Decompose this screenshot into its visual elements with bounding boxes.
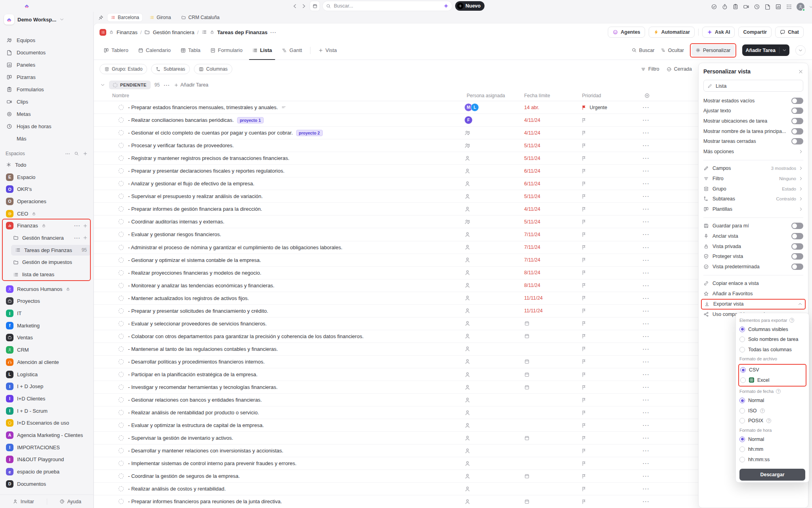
priority-cell[interactable] — [581, 432, 587, 444]
tab-tablero[interactable]: Tablero — [100, 41, 132, 60]
task-more-button[interactable]: ··· — [643, 419, 650, 431]
radio-option-posix[interactable]: POSIX? — [739, 416, 805, 426]
tab-gantt[interactable]: Gantt — [278, 41, 306, 60]
assignee-cell[interactable] — [464, 406, 471, 419]
task-row[interactable]: - Supervisar el presupuesto y realizar a… — [94, 190, 765, 203]
breadcrumb-folder[interactable]: Gestión financiera — [153, 29, 194, 35]
task-row[interactable]: - Mantenerse al tanto de las regulacione… — [94, 343, 765, 356]
space-item-todo[interactable]: Todo — [0, 159, 93, 171]
radio-option-normal[interactable]: Normal — [739, 396, 805, 406]
space-item-i-d-clientes[interactable]: II+D Clientes — [0, 393, 93, 405]
add-view-button[interactable]: Vista — [314, 41, 341, 60]
assignee-cell[interactable] — [464, 203, 471, 215]
task-status-icon[interactable] — [119, 381, 124, 393]
priority-cell[interactable] — [581, 190, 587, 202]
priority-cell[interactable] — [581, 381, 587, 393]
task-status-icon[interactable] — [119, 305, 124, 317]
priority-cell[interactable] — [581, 228, 587, 241]
assignee-cell[interactable] — [464, 483, 471, 495]
task-name-cell[interactable]: - Preparar y presentar solicitudes de fi… — [128, 305, 268, 317]
task-status-icon[interactable] — [119, 483, 124, 495]
task-more-button[interactable]: ··· — [643, 318, 650, 330]
space-item-gesti-n-financiera[interactable]: Gestión financiera··· — [0, 232, 93, 244]
ai-sparkle-icon[interactable] — [443, 3, 449, 9]
task-status-icon[interactable] — [119, 419, 124, 431]
task-name-cell[interactable]: - Preparar estados financieros mensuales… — [128, 101, 286, 114]
radio-option-normal[interactable]: Normal — [739, 434, 805, 444]
nuevo-button[interactable]: Nuevo — [455, 1, 485, 11]
assignee-cell[interactable] — [464, 165, 471, 177]
space-item-agencia-marketing-clientes[interactable]: AAgencia Marketing - Clientes — [0, 429, 93, 441]
close-icon[interactable] — [798, 69, 803, 74]
task-row[interactable]: - Gestionar y optimizar el sistema conta… — [94, 254, 765, 267]
task-more-button[interactable]: ··· — [643, 216, 650, 228]
radio-button[interactable] — [739, 337, 745, 342]
task-more-button[interactable]: ··· — [643, 305, 650, 317]
setting-plantillas[interactable]: Plantillas — [703, 204, 803, 214]
task-row[interactable]: - Preparar estados financieros mensuales… — [94, 101, 765, 114]
assignee-cell[interactable] — [464, 279, 471, 292]
tab-lista[interactable]: Lista — [248, 41, 276, 60]
assignee-placeholder[interactable] — [464, 410, 471, 416]
personalizar-button[interactable]: Personalizar — [691, 45, 734, 56]
link-copiar-enlace-a-vista[interactable]: Copiar enlace a vista — [703, 279, 803, 289]
task-status-icon[interactable] — [119, 406, 124, 419]
chip-columnas[interactable]: Columnas — [194, 64, 232, 74]
task-name-cell[interactable]: - Gestionar relaciones con bancos y enti… — [128, 394, 262, 406]
setting-subtareas[interactable]: SubtareasContraído — [703, 194, 803, 204]
assignee-cell[interactable] — [464, 356, 471, 368]
assignee-placeholder[interactable] — [464, 358, 471, 365]
column-fecha[interactable]: Fecha límite — [524, 93, 550, 98]
sidebar-item-formularios[interactable]: Formularios — [0, 83, 93, 96]
task-name-cell[interactable]: - Preparar informes de gestión financier… — [128, 203, 262, 215]
add-column-icon[interactable] — [644, 93, 650, 98]
task-more-button[interactable]: ··· — [643, 368, 650, 381]
due-date-cell[interactable]: 4/11/24 — [524, 127, 540, 139]
due-date-cell[interactable]: 7/11/24 — [524, 228, 540, 241]
radio-option-columnas-visibles[interactable]: Columnas visibles — [739, 324, 805, 335]
assignee-cell[interactable] — [464, 381, 471, 393]
task-status-icon[interactable] — [119, 292, 124, 304]
task-status-icon[interactable] — [119, 254, 124, 266]
assignee-cell[interactable] — [464, 292, 471, 304]
priority-cell[interactable] — [581, 216, 587, 228]
assignee-placeholder[interactable] — [464, 193, 471, 200]
clipboard-button[interactable] — [732, 4, 739, 10]
assignee-placeholder[interactable] — [464, 460, 471, 467]
toggle-switch[interactable] — [791, 223, 803, 229]
task-name-cell[interactable]: - Supervisar el presupuesto y realizar a… — [128, 190, 263, 202]
task-row[interactable]: - Analizar y gestionar el flujo de efect… — [94, 177, 765, 190]
assignee-placeholder[interactable] — [464, 371, 471, 378]
space-item-actions[interactable]: ··· — [74, 235, 90, 241]
space-item-i-d-josep[interactable]: II + D Josep — [0, 380, 93, 393]
assignee-cell[interactable] — [464, 330, 471, 343]
space-item-it[interactable]: IIT — [0, 307, 93, 319]
task-row[interactable]: - Preparar y presentar solicitudes de fi… — [94, 305, 765, 318]
file-button[interactable] — [764, 4, 771, 10]
due-date-cell[interactable]: 7/11/24 — [524, 254, 540, 266]
task-row[interactable]: - Desarrollar y mantener relaciones con … — [94, 444, 765, 457]
space-item-i-d-scrum[interactable]: II + D - Scrum — [0, 405, 93, 417]
assignee-cell[interactable] — [464, 368, 471, 381]
task-status-icon[interactable] — [119, 495, 124, 508]
task-more-button[interactable]: ··· — [643, 267, 650, 279]
priority-cell[interactable] — [581, 394, 587, 406]
assignee-placeholder[interactable] — [464, 333, 471, 339]
clock-button[interactable] — [754, 4, 760, 10]
assignee-cell[interactable] — [464, 267, 471, 279]
priority-cell[interactable] — [581, 419, 587, 431]
dots-icon[interactable]: ··· — [74, 235, 80, 241]
space-item-atenci-n-al-cliente[interactable]: Atención al cliente — [0, 356, 93, 368]
video-button[interactable] — [743, 4, 749, 10]
priority-cell[interactable] — [581, 114, 587, 126]
calendar-button[interactable] — [310, 1, 320, 11]
toggle-switch[interactable] — [791, 243, 803, 250]
space-item-importaciones[interactable]: IIMPORTACIONES — [0, 441, 93, 454]
toggle-switch[interactable] — [791, 98, 803, 104]
task-name-cell[interactable]: - Realizar análisis de costos y rentabil… — [128, 483, 226, 495]
column-persona[interactable]: Persona asignada — [467, 93, 505, 98]
assignee-placeholder[interactable] — [464, 473, 471, 479]
task-more-button[interactable]: ··· — [643, 127, 650, 139]
space-item-finanzas[interactable]: Finanzas··· — [0, 219, 93, 232]
radio-option-hh-mm[interactable]: hh:mm — [739, 444, 805, 455]
